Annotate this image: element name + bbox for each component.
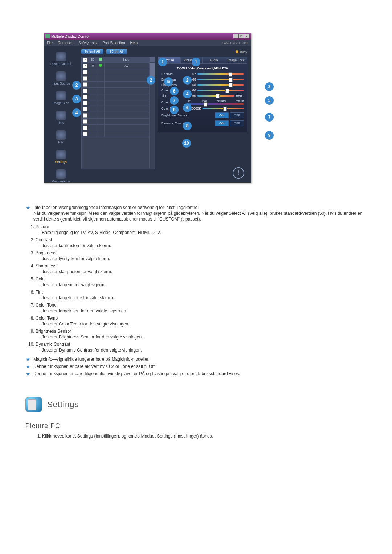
li7-title: Color Tone [36,303,57,308]
callout-tabs: 1 [192,58,200,66]
menu-portselection[interactable]: Port Selection [102,41,125,45]
brightness-slider[interactable] [197,79,244,80]
callout-sb-2: 2 [72,81,81,90]
sidebar-power-control[interactable]: Power Control [44,50,78,69]
row-checkbox[interactable] [83,82,87,87]
panel-subtitle: TV,AV,S-Video,Component,HDMI,DTV [161,67,244,70]
sidebar-pip[interactable]: PIP [44,128,78,148]
star-icon: ★ [25,205,30,222]
li2-title: Contrast [36,237,52,242]
row-checkbox[interactable] [83,64,87,68]
callout-sb-4: 4 [72,108,81,117]
brightness-sensor-on[interactable]: ON [215,112,229,118]
grid-row[interactable] [82,94,149,100]
grid-row[interactable] [82,119,149,125]
tint-slider[interactable] [197,95,234,97]
scroll-thumb[interactable] [150,63,155,77]
grid-row[interactable] [82,100,149,106]
info-status-icon: ! [233,167,244,179]
callout-6: 6 [183,103,192,112]
grid-row[interactable] [82,131,149,137]
row-checkbox[interactable] [83,89,87,93]
row-checkbox[interactable] [83,95,87,99]
app-icon [45,34,50,38]
color-slider[interactable] [197,90,244,91]
sidebar-maintenance[interactable]: Maintenance [44,167,78,187]
grid-row[interactable] [82,75,149,82]
scroll-up-icon[interactable] [150,57,155,62]
app-window: Multiple Display Control _ □ × File Remo… [44,33,251,183]
select-all-button[interactable]: Select All [81,49,103,54]
callout-8: 8 [183,122,192,130]
grid-row[interactable]: 0 AV [82,63,149,69]
grid-row[interactable] [82,69,149,75]
settings-icon [56,150,66,159]
dynamic-contrast-on[interactable]: ON [215,120,229,126]
clear-all-button[interactable]: Clear All [106,49,127,54]
sidebar-settings[interactable]: Settings [44,148,78,167]
pip-icon [56,130,66,140]
grid-row[interactable] [82,112,149,119]
menu-help[interactable]: Help [130,41,138,45]
sharpness-slider[interactable] [197,84,244,86]
star-icon: ★ [25,364,30,369]
li3-title: Brightness [36,250,56,255]
titlebar: Multiple Display Control _ □ × [44,33,251,40]
window-buttons: _ □ × [233,34,249,38]
grid-header: ID Input [82,57,149,63]
grid-row[interactable] [82,88,149,94]
callout-sb-3: 3 [72,95,81,103]
grid-row[interactable] [82,106,149,112]
grid-scrollbar[interactable] [150,57,155,169]
grid-row[interactable] [82,125,149,131]
menubar: File Remocon Safety Lock Port Selection … [44,40,251,46]
row-checkbox[interactable] [83,107,87,111]
menu-file[interactable]: File [47,41,53,45]
tint-right: R50 [236,94,244,98]
li1-title: Picture [36,224,49,229]
dynamic-contrast-off[interactable]: OFF [230,120,244,126]
maximize-button[interactable]: □ [239,34,244,38]
steps-list: Klikk hovedikonet Settings (Innstillinge… [28,434,367,439]
grid-row[interactable] [82,82,149,88]
row-checkbox[interactable] [83,101,87,105]
li5-desc: - Justerer fargene for valgt skjerm. [39,282,367,287]
power-icon [56,52,66,61]
row-checkbox[interactable] [83,126,87,130]
row-checkbox[interactable] [83,70,87,74]
li6-desc: - Justerer fargetonene for valgt skjerm. [39,295,367,300]
note-magicinfo: MagicInfo—signalkilde fungerer bare på M… [33,356,367,362]
section-subhead: Picture PC [25,422,367,430]
brand-label: SAMSUNG DIGITall [222,41,248,45]
callout-7m: 7 [170,96,179,105]
close-button[interactable]: × [244,34,249,38]
colortone-options: Off Cool Normal Warm [187,99,244,103]
minimize-button[interactable]: _ [233,34,238,38]
time-icon [56,111,66,120]
callout-5: 5 [164,77,173,86]
contrast-value: 67 [187,72,196,76]
note-colortone-off: Denne funksjonen er bare aktivert hvis C… [33,364,367,369]
contrast-label: Contrast [161,72,187,76]
menu-remocon[interactable]: Remocon [58,41,73,45]
row-checkbox[interactable] [83,119,87,124]
row-checkbox[interactable] [83,113,87,118]
li1-desc: - Bare tilgjengelig for TV, AV, S-Video,… [39,230,367,235]
colortemp-slider[interactable] [203,108,244,109]
brightness-sensor-off[interactable]: OFF [230,112,244,118]
menu-safetylock[interactable]: Safety Lock [78,41,97,45]
li4-title: Sharpness [36,263,56,268]
colortone-slider[interactable] [187,103,244,105]
numbered-list: Picture- Bare tilgjengelig for TV, AV, S… [25,224,367,353]
li9-title: Brightness Sensor [36,329,71,334]
tab-image-lock[interactable]: Image Lock [225,57,248,64]
row-checkbox[interactable] [83,76,87,81]
header-checkbox[interactable] [83,58,87,62]
li8-desc: - Justerer Color Temp for den valgte vis… [39,321,367,327]
tab-audio[interactable]: Audio [203,57,225,64]
callout-7r: 7 [265,113,274,122]
contrast-slider[interactable] [197,73,244,75]
callout-2: 2 [183,76,192,85]
row-checkbox[interactable] [83,132,87,136]
li10-desc: - Justerer Dynamic Contrast for den valg… [39,348,367,353]
